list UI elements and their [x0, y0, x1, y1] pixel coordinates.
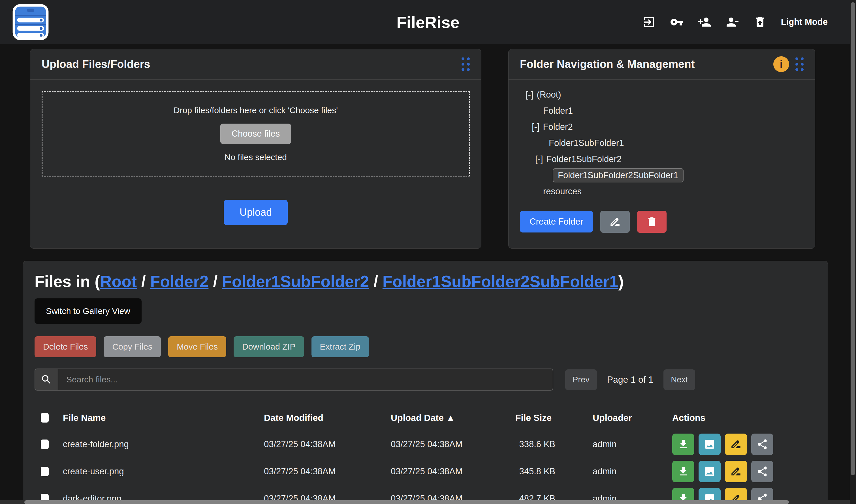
tree-item-label: Folder1SubFolder1 [549, 138, 624, 148]
share-file-button[interactable] [751, 461, 773, 482]
column-header-uploader[interactable]: Uploader [593, 405, 672, 431]
horizontal-scrollbar-thumb[interactable] [24, 500, 789, 504]
drag-handle-icon[interactable] [795, 57, 804, 71]
uploader: admin [593, 431, 672, 458]
tree-item-folder1subfolder2[interactable]: [-] Folder1SubFolder2 [520, 151, 804, 167]
header-actions: Light Mode [642, 0, 828, 44]
choose-files-button[interactable]: Choose files [220, 124, 291, 144]
horizontal-scrollbar-track[interactable] [0, 500, 850, 504]
extract-zip-button[interactable]: Extract Zip [311, 336, 369, 357]
file-name[interactable]: create-user.png [63, 458, 264, 485]
create-folder-button[interactable]: Create Folder [520, 211, 593, 233]
files-table: File Name Date Modified Upload Date ▲ Fi… [35, 405, 817, 504]
column-header-file-size[interactable]: File Size [515, 405, 593, 431]
tree-item-folder2[interactable]: [-] Folder2 [520, 119, 804, 135]
preview-image-button[interactable] [699, 434, 721, 455]
drag-handle-icon[interactable] [462, 57, 470, 71]
tree-item-folder1subfolder1[interactable]: Folder1SubFolder1 [520, 135, 804, 151]
download-file-button[interactable] [672, 461, 694, 482]
folder-tree: [-] (Root) Folder1 [-] Folder2 Folder1Su… [509, 80, 815, 233]
info-icon[interactable]: i [773, 56, 789, 72]
tree-toggle-icon[interactable]: [-] [535, 154, 543, 164]
breadcrumb-separator: / [369, 272, 382, 290]
rename-folder-button[interactable] [600, 211, 630, 233]
delete-files-button[interactable]: Delete Files [35, 336, 96, 357]
breadcrumb-root-link[interactable]: Root [100, 272, 137, 290]
download-zip-button[interactable]: Download ZIP [234, 336, 304, 357]
key-icon[interactable] [670, 15, 684, 29]
row-checkbox[interactable] [41, 467, 49, 476]
breadcrumb-folder1subfolder2subfolder1-link[interactable]: Folder1SubFolder2SubFolder1 [382, 272, 618, 290]
filerise-logo-icon[interactable] [13, 4, 49, 40]
upload-card: Upload Files/Folders Drop files/folders … [30, 49, 481, 249]
column-header-upload-date-sorted[interactable]: Upload Date ▲ [391, 405, 515, 431]
tree-item-label: Folder1 [543, 106, 573, 116]
switch-gallery-view-button[interactable]: Switch to Gallery View [35, 299, 141, 324]
tree-item-label: Folder2 [543, 122, 573, 132]
column-header-actions: Actions [672, 405, 817, 431]
image-preview-icon [704, 466, 716, 478]
logout-icon[interactable] [642, 15, 656, 29]
tree-item-root[interactable]: [-] (Root) [520, 87, 804, 103]
move-files-button[interactable]: Move Files [168, 336, 226, 357]
app-header: FileRise Light Mode [0, 0, 856, 44]
no-files-text: No files selected [225, 152, 287, 162]
tree-item-label: (Root) [537, 90, 561, 100]
vertical-scrollbar-track[interactable] [850, 0, 856, 504]
upload-date: 03/27/25 04:38AM [391, 458, 515, 485]
add-user-icon[interactable] [698, 15, 711, 29]
heading-prefix: Files in ( [35, 272, 100, 290]
edit-file-button[interactable] [725, 461, 747, 482]
remove-user-icon[interactable] [725, 15, 739, 29]
vertical-scrollbar-thumb[interactable] [851, 2, 855, 475]
copy-files-button[interactable]: Copy Files [104, 336, 161, 357]
row-checkbox[interactable] [41, 439, 49, 449]
edit-pencil-icon [730, 466, 742, 478]
share-icon [756, 438, 768, 450]
column-header-date-modified[interactable]: Date Modified [264, 405, 391, 431]
heading-suffix: ) [618, 272, 624, 290]
light-mode-toggle[interactable]: Light Mode [781, 17, 828, 27]
select-all-checkbox[interactable] [41, 413, 49, 422]
upload-button[interactable]: Upload [224, 200, 288, 225]
column-header-file-name[interactable]: File Name [63, 405, 264, 431]
search-input[interactable] [58, 368, 553, 391]
date-modified: 03/27/25 04:38AM [264, 431, 391, 458]
next-page-button[interactable]: Next [664, 370, 695, 390]
folder-navigation-card: Folder Navigation & Management i [-] (Ro… [508, 49, 815, 249]
search-icon-button[interactable] [35, 368, 58, 391]
tree-item-folder1subfolder2subfolder1-selected[interactable]: Folder1SubFolder2SubFolder1 [520, 167, 804, 183]
upload-date: 03/27/25 04:38AM [391, 431, 515, 458]
date-modified: 03/27/25 04:38AM [264, 458, 391, 485]
tree-toggle-icon[interactable]: [-] [532, 122, 540, 132]
tree-item-label: Folder1SubFolder2 [547, 154, 621, 164]
share-file-button[interactable] [751, 434, 773, 455]
tree-item-folder1[interactable]: Folder1 [520, 103, 804, 119]
breadcrumb-folder2-link[interactable]: Folder2 [150, 272, 209, 290]
share-icon [756, 466, 768, 478]
file-name[interactable]: create-folder.png [63, 431, 264, 458]
image-preview-icon [704, 438, 716, 450]
download-file-button[interactable] [672, 434, 694, 455]
search-icon [40, 374, 52, 385]
edit-file-button[interactable] [725, 434, 747, 455]
preview-image-button[interactable] [699, 461, 721, 482]
breadcrumb-separator: / [137, 272, 150, 290]
delete-folder-button[interactable] [637, 211, 667, 233]
download-icon [677, 438, 689, 450]
download-icon [677, 466, 689, 478]
folder-card-header: Folder Navigation & Management i [509, 49, 815, 80]
breadcrumb-folder1subfolder2-link[interactable]: Folder1SubFolder2 [222, 272, 369, 290]
folder-card-title: Folder Navigation & Management [520, 58, 695, 70]
restore-trash-icon[interactable] [753, 15, 767, 29]
file-size: 338.6 KB [515, 431, 593, 458]
table-header-row: File Name Date Modified Upload Date ▲ Fi… [35, 405, 817, 431]
edit-pencil-icon [730, 438, 742, 450]
tree-toggle-icon[interactable]: [-] [526, 90, 533, 100]
upload-card-title: Upload Files/Folders [41, 58, 150, 70]
tree-item-label: resources [543, 186, 582, 197]
tree-item-resources[interactable]: resources [520, 183, 804, 199]
upload-card-header: Upload Files/Folders [30, 49, 481, 80]
file-dropzone[interactable]: Drop files/folders here or click 'Choose… [41, 91, 470, 177]
prev-page-button[interactable]: Prev [565, 370, 597, 390]
